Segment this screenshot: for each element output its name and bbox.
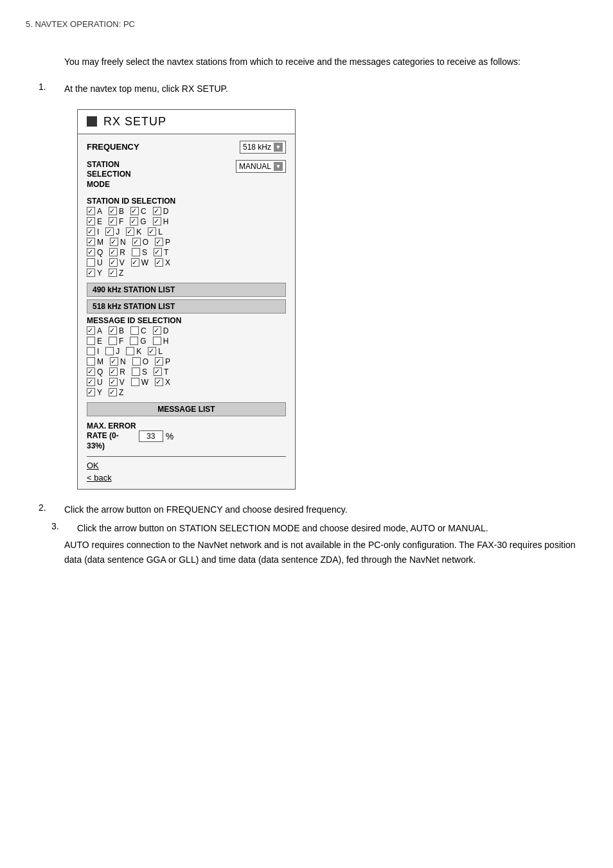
frequency-arrow-icon: ▼ bbox=[274, 143, 283, 152]
step-1-text: At the navtex top menu, click RX SETUP. bbox=[64, 82, 228, 96]
msg-H[interactable]: H bbox=[153, 337, 169, 346]
msg-Z[interactable]: Z bbox=[109, 388, 123, 397]
msg-G[interactable]: G bbox=[130, 337, 146, 346]
station-S[interactable]: S bbox=[132, 248, 147, 257]
station-C[interactable]: C bbox=[130, 207, 147, 216]
station-selection-label: STATIONSELECTIONMODE bbox=[87, 160, 233, 190]
msg-id-row-1: A B C D bbox=[87, 326, 286, 335]
msg-E[interactable]: E bbox=[87, 337, 102, 346]
msg-R[interactable]: R bbox=[109, 368, 125, 376]
station-K[interactable]: K bbox=[126, 227, 141, 236]
msg-Y[interactable]: Y bbox=[87, 388, 102, 397]
station-id-row-4: M N O P bbox=[87, 238, 286, 247]
page-header: 5. NAVTEX OPERATION: PC bbox=[26, 19, 587, 29]
station-A[interactable]: A bbox=[87, 207, 102, 216]
title-bar-icon bbox=[87, 116, 97, 127]
step-1-number: 1. bbox=[39, 82, 64, 92]
station-selection-dropdown[interactable]: MANUAL ▼ bbox=[236, 160, 286, 173]
frequency-value: 518 kHz bbox=[243, 143, 271, 152]
rx-setup-dialog: RX SETUP FREQUENCY 518 kHz ▼ STATIONSELE… bbox=[77, 109, 296, 490]
msg-P[interactable]: P bbox=[155, 357, 170, 366]
msg-U[interactable]: U bbox=[87, 378, 103, 387]
station-id-row-1: A B C D bbox=[87, 207, 286, 216]
max-error-row: MAX. ERRORRATE (0-33%) % bbox=[87, 421, 286, 452]
msg-L[interactable]: L bbox=[148, 347, 163, 356]
divider bbox=[87, 456, 286, 457]
station-Q[interactable]: Q bbox=[87, 248, 103, 257]
station-O[interactable]: O bbox=[132, 238, 148, 247]
msg-F[interactable]: F bbox=[109, 337, 123, 346]
msg-M[interactable]: M bbox=[87, 357, 103, 366]
msg-S[interactable]: S bbox=[132, 368, 147, 376]
msg-Q[interactable]: Q bbox=[87, 368, 103, 376]
station-T[interactable]: T bbox=[154, 248, 168, 257]
msg-O[interactable]: O bbox=[132, 357, 148, 366]
intro-text: You may freely select the navtex station… bbox=[64, 55, 587, 69]
max-error-label: MAX. ERRORRATE (0-33%) bbox=[87, 421, 136, 452]
msg-W[interactable]: W bbox=[131, 378, 148, 387]
station-H[interactable]: H bbox=[153, 217, 169, 226]
btn-490khz-station-list[interactable]: 490 kHz STATION LIST bbox=[87, 283, 286, 297]
station-id-label: STATION ID SELECTION bbox=[87, 197, 286, 206]
step-3-subtext: AUTO requires connection to the NavNet n… bbox=[64, 538, 587, 567]
frequency-dropdown[interactable]: 518 kHz ▼ bbox=[240, 141, 286, 154]
station-P[interactable]: P bbox=[155, 238, 170, 247]
frequency-label: FREQUENCY bbox=[87, 142, 240, 152]
msg-B[interactable]: B bbox=[109, 326, 124, 335]
station-J[interactable]: J bbox=[105, 227, 120, 236]
btn-518khz-station-list[interactable]: 518 kHz STATION LIST bbox=[87, 299, 286, 314]
station-N[interactable]: N bbox=[110, 238, 126, 247]
station-Y[interactable]: Y bbox=[87, 269, 102, 278]
btn-message-list[interactable]: MESSAGE LIST bbox=[87, 402, 286, 416]
msg-J[interactable]: J bbox=[105, 347, 120, 356]
message-id-label: MESSAGE ID SELECTION bbox=[87, 316, 286, 325]
station-M[interactable]: M bbox=[87, 238, 103, 247]
station-selection-arrow-icon: ▼ bbox=[274, 162, 283, 171]
msg-X[interactable]: X bbox=[155, 378, 170, 387]
station-L[interactable]: L bbox=[148, 227, 163, 236]
max-error-unit: % bbox=[166, 431, 173, 441]
msg-V[interactable]: V bbox=[109, 378, 125, 387]
step-2: 2. Click the arrow button on FREQUENCY a… bbox=[39, 502, 587, 517]
station-D[interactable]: D bbox=[153, 207, 169, 216]
step-3-number: 3. bbox=[51, 521, 77, 531]
back-button[interactable]: < back bbox=[87, 473, 112, 483]
station-U[interactable]: U bbox=[87, 258, 103, 267]
msg-T[interactable]: T bbox=[154, 368, 168, 376]
msg-id-row-4: M N O P bbox=[87, 357, 286, 366]
step-3-text: Click the arrow button on STATION SELECT… bbox=[77, 521, 488, 535]
step-2-number: 2. bbox=[39, 502, 64, 513]
msg-D[interactable]: D bbox=[153, 326, 169, 335]
station-id-row-3: I J K L bbox=[87, 227, 286, 236]
step-1: 1. At the navtex top menu, click RX SETU… bbox=[39, 82, 587, 96]
station-F[interactable]: F bbox=[109, 217, 123, 226]
station-G[interactable]: G bbox=[130, 217, 146, 226]
msg-I[interactable]: I bbox=[87, 347, 99, 356]
station-R[interactable]: R bbox=[109, 248, 125, 257]
station-selection-value: MANUAL bbox=[239, 162, 271, 171]
step-2-text: Click the arrow button on FREQUENCY and … bbox=[64, 502, 348, 517]
station-Z[interactable]: Z bbox=[109, 269, 123, 278]
station-id-row-6: U V W X bbox=[87, 258, 286, 267]
station-I[interactable]: I bbox=[87, 227, 99, 236]
station-E[interactable]: E bbox=[87, 217, 102, 226]
msg-N[interactable]: N bbox=[110, 357, 126, 366]
msg-K[interactable]: K bbox=[126, 347, 141, 356]
msg-id-row-2: E F G H bbox=[87, 337, 286, 346]
msg-id-row-6: U V W X bbox=[87, 378, 286, 387]
station-id-row-yz: Y Z bbox=[87, 269, 286, 278]
station-id-row-5: Q R S T bbox=[87, 248, 286, 257]
dialog-title-bar: RX SETUP bbox=[78, 110, 295, 134]
station-B[interactable]: B bbox=[109, 207, 124, 216]
msg-id-row-3: I J K L bbox=[87, 347, 286, 356]
ok-button[interactable]: OK bbox=[87, 461, 99, 470]
station-id-section: STATION ID SELECTION A B C D E F G H I J… bbox=[87, 197, 286, 278]
msg-A[interactable]: A bbox=[87, 326, 102, 335]
station-V[interactable]: V bbox=[109, 258, 125, 267]
station-id-row-2: E F G H bbox=[87, 217, 286, 226]
station-X[interactable]: X bbox=[155, 258, 170, 267]
max-error-input[interactable] bbox=[139, 430, 163, 442]
msg-C[interactable]: C bbox=[130, 326, 147, 335]
station-W[interactable]: W bbox=[131, 258, 148, 267]
msg-id-row-yz: Y Z bbox=[87, 388, 286, 397]
